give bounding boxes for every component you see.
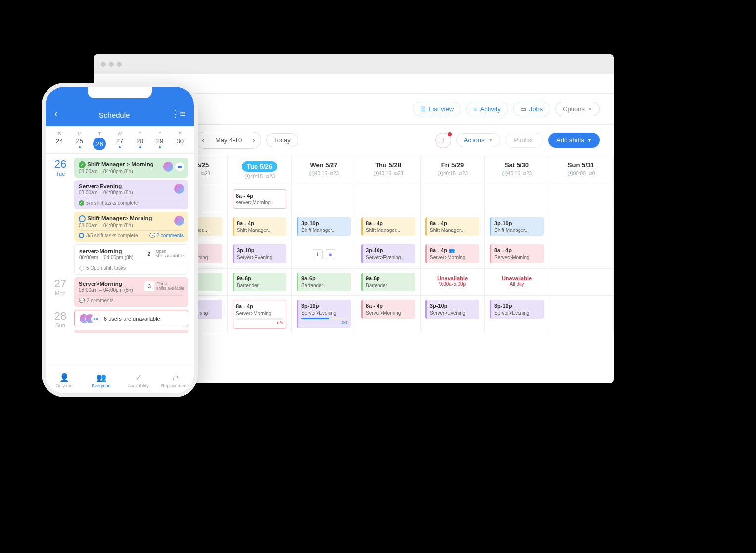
shift-cell[interactable]: 3p-10pServer>Evening3/5 [292,296,356,333]
clock-icon: 🕐00:00 [567,171,586,177]
shift-card[interactable]: 2Openshifts available server>Morning 08:… [74,244,188,275]
alert-button[interactable]: ! [435,133,451,148]
day-picker-item[interactable]: W27 [111,131,129,150]
phone-body: 26Tue ⇄ ✓ Shift Manager > Morning 08:00a… [46,154,194,367]
shift-cell[interactable]: 3p-10pServer>Evening [356,240,421,269]
tab-icon: 👤 [59,373,69,382]
copy-icon: ⧉23 [201,171,210,177]
empty-cell[interactable] [549,185,614,213]
day-header[interactable]: Fri 5/29 🕐40:15⧉23 [421,156,485,185]
avatar [163,162,173,172]
avatar [174,216,184,226]
empty-cell[interactable] [549,269,614,296]
copy-icon: ⧉23 [459,171,468,177]
phone-mockup: ‹ Schedule ⋮≡ S24 M25 T26 W27 T28 F29 S3… [46,87,194,393]
empty-cell[interactable] [292,185,356,213]
traffic-light[interactable] [101,62,106,67]
day-header[interactable]: Wen 5/27 🕐40:15⧉23 [292,156,356,185]
actions-button[interactable]: Actions▼ [456,133,501,147]
unavailable-cell: Unavailable9:00a-5:00p [421,269,485,296]
shift-card[interactable]: ○ Shift Manager> Morning 08:00am – 04:00… [74,212,188,242]
shift-cell[interactable]: 8a - 4pShift Manager... [228,213,292,240]
day-picker-item[interactable]: T28 [131,131,149,150]
count-badge: 3 [144,281,154,291]
tab-icon: ⇄ [172,373,179,382]
empty-cell[interactable] [421,185,485,213]
plus-icon[interactable]: + [313,249,323,259]
activity-icon: ≡ [473,105,477,113]
shift-card[interactable] [74,330,188,333]
add-shifts-button[interactable]: Add shifts▼ [548,133,600,148]
day-header[interactable]: Thu 5/28 🕐40:15⧉23 [356,156,421,185]
activity-button[interactable]: ≡Activity [466,102,508,116]
menu-icon[interactable]: ⋮≡ [171,108,185,119]
shift-card[interactable]: 3Openshifts available Server>Morning 08:… [74,277,188,307]
date-navigator: ‹ May 4-10 › [196,132,261,149]
tab-only-me[interactable]: 👤Only me [46,368,83,393]
empty-cell[interactable] [549,296,614,333]
jobs-button[interactable]: ▭Jobs [513,102,550,116]
today-button[interactable]: Today [266,133,298,147]
date-label: 27Mon [51,277,69,307]
copy-icon: ⧉0 [589,171,595,177]
shift-cell[interactable]: 8a - 4pServer>Morning0/5 [228,296,292,333]
empty-cell[interactable] [549,240,614,269]
tab-icon: ✓ [135,373,142,382]
more-badge: +4 [91,314,101,323]
tab-replacements[interactable]: ⇄Replacements [157,368,194,393]
chevron-down-icon: ▼ [588,107,592,112]
phone-title: Schedule [99,111,130,119]
shift-cell[interactable]: 3p-10pServer>Evening [485,296,549,333]
day-picker-item[interactable]: S24 [50,131,68,150]
shift-cell[interactable]: 8a - 4pShift Manager... [356,213,421,240]
shift-cell[interactable]: 8a - 4p 👥Server>Morning [421,240,485,269]
open-shifts-text: Openshifts available [156,249,184,259]
traffic-light[interactable] [109,62,114,67]
shift-card[interactable]: Server>Evening 08:00am – 04:00pm (8h) ✓ … [74,180,188,209]
day-header[interactable]: Sun 5/31 🕐00:00⧉0 [549,156,614,185]
prev-button[interactable]: ‹ [196,132,210,148]
clock-icon: 🕐40:15 [502,171,520,177]
back-button[interactable]: ‹ [54,108,58,119]
empty-cell[interactable] [356,185,421,213]
publish-button[interactable]: Publish [505,133,543,148]
tab-availability[interactable]: ✓Availability [120,368,157,393]
day-picker-item[interactable]: F29 [151,131,169,150]
day-header[interactable]: Tue 5/26 🕐40:15⧉23 [228,156,292,185]
shift-cell[interactable]: 3p-10pShift Manager... [485,213,549,240]
menu-icon[interactable]: ≡ [326,249,335,259]
day-picker-item[interactable]: S30 [171,131,189,150]
jobs-icon: ▭ [520,105,526,113]
unavailable-card[interactable]: +4 6 users are unavailable [74,310,188,327]
browser-titlebar [94,54,614,74]
day-header[interactable]: Sat 5/30 🕐40:15⧉23 [485,156,549,185]
empty-cell[interactable] [485,185,549,213]
shift-cell[interactable]: 9a-6pBartender [356,269,421,296]
shift-cell[interactable]: 3p-10pServer>Evening [421,296,485,333]
date-label: 26Tue [51,158,69,275]
shift-cell[interactable]: 9a-6pBartender [292,269,356,296]
check-icon: ✓ [79,161,86,168]
comments-link[interactable]: 💬 2 comments [149,233,184,238]
open-shift-cell[interactable]: 8a - 4pserver>Morning [228,185,292,213]
shift-cell[interactable]: 9a-6pBartender [228,269,292,296]
shift-cell[interactable]: 3p-10pShift Manager... [292,213,356,240]
traffic-light[interactable] [117,62,122,67]
shift-cell[interactable]: 8a - 4pServer>Morning [356,296,421,333]
day-picker-item[interactable]: M25 [71,131,89,150]
swap-icon[interactable]: ⇄ [175,162,184,171]
list-view-button[interactable]: ☰List view [413,102,461,116]
phone-notch [88,87,152,98]
options-button[interactable]: Options▼ [555,102,600,116]
empty-cell[interactable] [549,213,614,240]
add-shift-cell[interactable]: +≡ [292,240,356,269]
copy-icon: ⧉23 [394,171,403,177]
shift-cell[interactable]: 3p-10pServer>Evening [228,240,292,269]
clock-icon: 🕐40:15 [437,171,456,177]
shift-card[interactable]: ⇄ ✓ Shift Manager > Morning 08:00am – 04… [74,158,188,178]
day-picker-item[interactable]: T26 [91,131,108,150]
next-button[interactable]: › [247,132,261,148]
shift-cell[interactable]: 8a - 4pServer>Morning [485,240,549,269]
tab-everyone[interactable]: 👥Everyone [83,368,120,393]
shift-cell[interactable]: 8a - 4pShift Manager... [421,213,485,240]
